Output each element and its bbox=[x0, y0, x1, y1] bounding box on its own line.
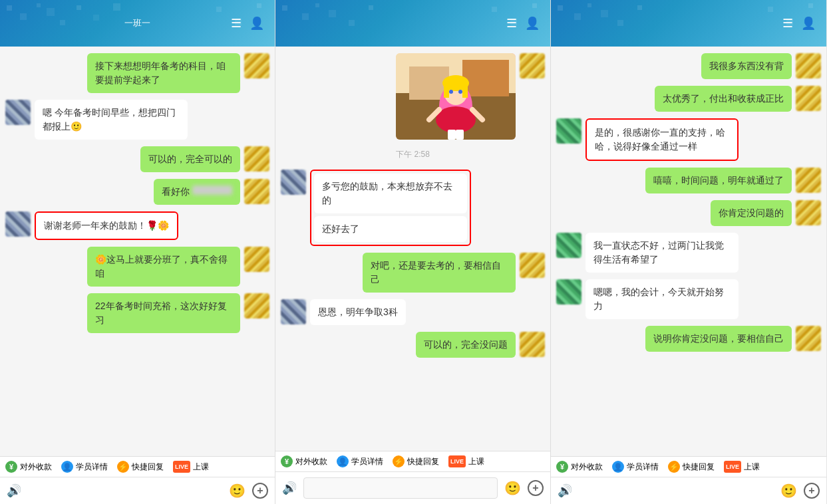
chat-area-left: 接下来想想明年备考的科目，咱要提前学起来了 嗯 今年备考时间早些，想把四门都报上… bbox=[0, 47, 275, 456]
table-row: 可以的，完全没问题 bbox=[281, 332, 545, 358]
voice-button-left[interactable]: 🔊 bbox=[7, 483, 21, 498]
header-icons-mid: ☰ 👤 bbox=[506, 16, 540, 31]
menu-icon-right[interactable]: ☰ bbox=[782, 16, 793, 31]
emoji-button-left[interactable]: 🙂 bbox=[229, 483, 246, 499]
table-row: 说明你肯定没问题，要相信自己 bbox=[556, 326, 821, 352]
emoji-button-right[interactable]: 🙂 bbox=[780, 483, 797, 499]
header-left: 一班一 ☰ 👤 bbox=[0, 0, 275, 47]
menu-icon-mid[interactable]: ☰ bbox=[506, 16, 517, 31]
avatar bbox=[244, 247, 269, 272]
table-row: 嗯嗯，我的会计，今天就开始努力 bbox=[556, 279, 821, 319]
table-row: 是的，很感谢你一直的支持，哈哈，说得好像全通过一样 bbox=[556, 118, 821, 161]
avatar bbox=[520, 253, 545, 278]
toolbar-quick-label: 快捷回复 bbox=[132, 461, 164, 473]
toolbar-person-left[interactable]: 👤 学员详情 bbox=[61, 461, 108, 473]
avatar bbox=[796, 326, 821, 351]
table-row: 恩恩，明年争取3科 bbox=[281, 299, 545, 325]
toolbar-person-label: 学员详情 bbox=[76, 461, 108, 473]
table-row: 嘻嘻，时间问题，明年就通过了 bbox=[556, 168, 821, 193]
person-icon: 👤 bbox=[612, 461, 624, 473]
quick-icon: ⚡ bbox=[117, 461, 129, 473]
table-row: 谢谢老师一年来的鼓励！🌹🌼 bbox=[5, 211, 269, 240]
profile-icon-mid[interactable]: 👤 bbox=[525, 16, 540, 31]
header-mid: ☰ 👤 bbox=[275, 0, 550, 47]
toolbar-live-left[interactable]: LIVE 上课 bbox=[173, 461, 209, 473]
table-row: 看好你 bbox=[5, 179, 269, 205]
bottom-toolbar-right: ¥ 对外收款 👤 学员详情 ⚡ 快捷回复 LIVE 上课 bbox=[551, 456, 826, 477]
avatar bbox=[520, 332, 545, 357]
avatar bbox=[796, 200, 821, 225]
bubble: 我一直状态不好，过两门让我觉得生活有希望了 bbox=[585, 233, 739, 273]
person-icon: 👤 bbox=[337, 455, 349, 467]
svg-point-13 bbox=[458, 90, 462, 94]
header-icons-left: ☰ 👤 bbox=[231, 16, 264, 31]
chat-area-right: 我很多东西没有背 太优秀了，付出和收获成正比 是的，很感谢你一直的支持，哈哈，说… bbox=[551, 47, 826, 456]
toolbar-live-label-mid: 上课 bbox=[468, 456, 484, 467]
money-icon: ¥ bbox=[281, 455, 293, 467]
table-row: 对吧，还是要去考的，要相信自己 bbox=[281, 253, 545, 293]
bubble: 看好你 bbox=[154, 179, 240, 205]
money-icon: ¥ bbox=[556, 461, 568, 473]
toolbar-money-right[interactable]: ¥ 对外收款 bbox=[556, 461, 603, 473]
toolbar-person-mid[interactable]: 👤 学员详情 bbox=[337, 455, 383, 467]
toolbar-live-label: 上课 bbox=[193, 461, 209, 473]
svg-rect-10 bbox=[444, 81, 449, 98]
profile-icon-right[interactable]: 👤 bbox=[801, 16, 816, 31]
bubble: 嗯 今年备考时间早些，想把四门都报上🙂 bbox=[35, 100, 188, 140]
voice-button-mid[interactable]: 🔊 bbox=[282, 481, 297, 495]
voice-button-right[interactable]: 🔊 bbox=[558, 483, 572, 498]
input-row-right: 🔊 🙂 + bbox=[551, 477, 826, 504]
bubble: 可以的，完全可以的 bbox=[140, 146, 240, 172]
toolbar-person-right[interactable]: 👤 学员详情 bbox=[612, 461, 659, 473]
table-row: 22年备考时间充裕，这次好好复习 bbox=[5, 293, 269, 333]
toolbar-live-mid[interactable]: LIVE 上课 bbox=[448, 455, 484, 467]
toolbar-money-left[interactable]: ¥ 对外收款 bbox=[5, 461, 52, 473]
bubble: 可以的，完全没问题 bbox=[416, 332, 516, 358]
menu-icon-left[interactable]: ☰ bbox=[231, 16, 242, 31]
header-icons-right: ☰ 👤 bbox=[782, 16, 816, 31]
person-icon: 👤 bbox=[61, 461, 73, 473]
bubble-highlighted: 谢谢老师一年来的鼓励！🌹🌼 bbox=[35, 211, 178, 240]
bubble: 对吧，还是要去考的，要相信自己 bbox=[363, 253, 516, 293]
add-button-right[interactable]: + bbox=[804, 483, 820, 499]
toolbar-quick-left[interactable]: ⚡ 快捷回复 bbox=[117, 461, 164, 473]
add-button-mid[interactable]: + bbox=[528, 480, 544, 496]
header-title-left: 一班一 bbox=[124, 17, 150, 29]
avatar bbox=[556, 233, 581, 258]
svg-point-5 bbox=[436, 106, 476, 133]
panel-left: 一班一 ☰ 👤 接下来想想明年备考的科目，咱要提前学起来了 嗯 今年备考时间早些… bbox=[0, 0, 275, 504]
toolbar-money-label: 对外收款 bbox=[20, 461, 52, 473]
chat-image bbox=[396, 53, 516, 140]
avatar bbox=[244, 179, 269, 204]
avatar bbox=[520, 53, 545, 78]
avatar bbox=[244, 146, 269, 172]
toolbar-person-label-right: 学员详情 bbox=[627, 461, 659, 473]
toolbar-money-mid[interactable]: ¥ 对外收款 bbox=[281, 455, 327, 467]
toolbar-live-right[interactable]: LIVE 上课 bbox=[724, 461, 760, 473]
toolbar-quick-mid[interactable]: ⚡ 快捷回复 bbox=[393, 455, 439, 467]
emoji-button-mid[interactable]: 🙂 bbox=[504, 480, 521, 496]
bubble: 恩恩，明年争取3科 bbox=[310, 299, 406, 325]
svg-rect-11 bbox=[462, 81, 468, 98]
avatar bbox=[281, 299, 306, 324]
live-icon: LIVE bbox=[448, 455, 466, 467]
table-row: 多亏您的鼓励，本来想放弃不去的 还好去了 bbox=[281, 170, 545, 246]
avatar bbox=[796, 168, 821, 193]
bubble: 你肯定没问题的 bbox=[711, 200, 792, 226]
avatar bbox=[5, 211, 31, 237]
bubble: 嗯嗯，我的会计，今天就开始努力 bbox=[585, 279, 739, 319]
quick-icon: ⚡ bbox=[393, 455, 405, 467]
chat-input-mid[interactable] bbox=[303, 477, 498, 499]
bubble: 太优秀了，付出和收获成正比 bbox=[655, 86, 792, 112]
profile-icon-left[interactable]: 👤 bbox=[249, 16, 264, 31]
avatar bbox=[244, 293, 269, 318]
panel-mid: ☰ 👤 bbox=[275, 0, 551, 504]
table-row: 接下来想想明年备考的科目，咱要提前学起来了 bbox=[5, 53, 269, 93]
bubble: 我很多东西没有背 bbox=[701, 53, 792, 79]
table-row: 我很多东西没有背 bbox=[556, 53, 821, 79]
add-button-left[interactable]: + bbox=[252, 483, 268, 499]
bottom-toolbar-mid: ¥ 对外收款 👤 学员详情 ⚡ 快捷回复 LIVE 上课 bbox=[275, 451, 550, 471]
toolbar-quick-right[interactable]: ⚡ 快捷回复 bbox=[668, 461, 715, 473]
svg-rect-14 bbox=[448, 130, 456, 140]
bubble: 🌼这马上就要分班了，真不舍得咱 bbox=[87, 247, 240, 287]
